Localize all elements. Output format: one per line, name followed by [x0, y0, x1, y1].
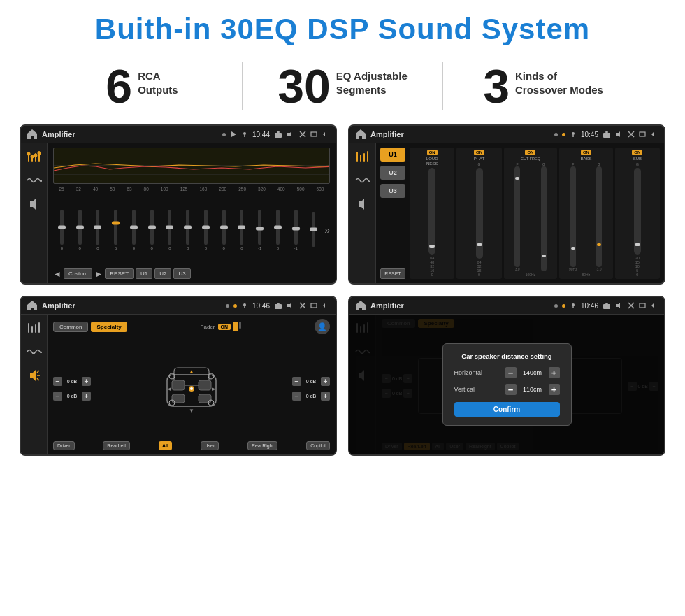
eq-slider-0[interactable]: 0	[53, 210, 71, 250]
on-badge-loudness[interactable]: ON	[427, 150, 438, 155]
eq-slider-10[interactable]: 0	[233, 210, 251, 250]
fader-label: Fader	[201, 324, 215, 330]
screen1-body: 253240506380100125160200250320400500630 …	[21, 143, 336, 283]
reset-btn-1[interactable]: RESET	[105, 268, 134, 279]
u3-preset-btn[interactable]: U3	[380, 184, 405, 198]
minus-btn-tr[interactable]: −	[292, 377, 301, 386]
eq-slider-11[interactable]: -1	[251, 210, 268, 250]
car-diagram: ▲ ▼ ◄ ►	[94, 361, 289, 417]
user-profile-icon[interactable]: 👤	[315, 319, 330, 334]
x-icon-4	[628, 302, 635, 309]
eq-icon-3[interactable]	[27, 320, 42, 336]
plus-btn-tr[interactable]: +	[321, 377, 330, 386]
driver-btn[interactable]: Driver	[53, 441, 75, 450]
svg-marker-35	[359, 199, 364, 210]
expand-btn[interactable]: »	[324, 224, 330, 236]
fader-on-badge[interactable]: ON	[218, 324, 231, 330]
eq-slider-13[interactable]: -1	[287, 210, 305, 250]
eq-slider-14[interactable]	[305, 212, 323, 248]
copilot-btn[interactable]: Copilot	[306, 441, 330, 450]
svg-rect-9	[311, 132, 317, 136]
eq-slider-3[interactable]: 5	[107, 210, 124, 250]
reset-btn-2[interactable]: RESET	[380, 268, 405, 279]
eq-freq-labels: 253240506380100125160200250320400500630	[53, 187, 330, 192]
speaker-icon-2[interactable]	[355, 196, 370, 212]
screen4-dot1	[554, 304, 558, 308]
svg-marker-74	[616, 303, 620, 308]
on-badge-bass[interactable]: ON	[581, 150, 591, 155]
eq-icon-2[interactable]	[355, 149, 370, 164]
back-icon-2	[650, 131, 658, 138]
u3-btn[interactable]: U3	[173, 268, 190, 279]
eq-slider-1[interactable]: 0	[71, 210, 89, 250]
rearright-btn[interactable]: RearRight	[247, 441, 278, 450]
horizontal-plus-btn[interactable]: +	[549, 367, 560, 378]
eq-slider-5[interactable]: 0	[143, 210, 161, 250]
screen2-channels: ON LOUDNESS 644832160 ON	[410, 148, 660, 279]
screen3-card: Amplifier 10:46 Comm	[20, 296, 337, 456]
confirm-button[interactable]: Confirm	[454, 402, 560, 417]
screen4-body: Common Specialty − 0 dB + − 0 dB +	[349, 315, 664, 454]
dialog-vertical-row: Vertical − 110cm +	[454, 384, 560, 395]
page-title: Buith-in 30EQ DSP Sound System	[7, 13, 678, 46]
speaker-icon-3[interactable]	[27, 368, 42, 383]
wave-icon-2[interactable]	[355, 176, 370, 185]
svg-rect-44	[311, 303, 317, 308]
back-icon	[322, 131, 330, 138]
svg-point-1	[243, 132, 246, 135]
plus-btn-tl[interactable]: +	[82, 377, 91, 386]
plus-btn-bl[interactable]: +	[82, 392, 91, 401]
eq-slider-12[interactable]: 0	[269, 210, 287, 250]
svg-marker-41	[287, 303, 291, 308]
dialog-horizontal-row: Horizontal − 140cm +	[454, 367, 560, 378]
minus-btn-bl[interactable]: −	[53, 392, 62, 401]
screen2-content: U1 U2 U3 RESET ON LOUDNESS	[376, 143, 664, 283]
eq-slider-8[interactable]: 0	[197, 210, 215, 250]
vertical-minus-btn[interactable]: −	[505, 384, 517, 395]
eq-slider-7[interactable]: 0	[179, 210, 196, 250]
wave-icon-3[interactable]	[27, 347, 42, 357]
svg-point-22	[572, 132, 575, 135]
all-btn[interactable]: All	[159, 441, 172, 450]
svg-point-36	[243, 303, 246, 306]
u1-btn[interactable]: U1	[136, 268, 152, 279]
stat-eq: 30 EQ Adjustable Segments	[257, 62, 428, 110]
eq-slider-4[interactable]: 0	[125, 210, 143, 250]
plus-btn-br[interactable]: +	[321, 392, 330, 401]
vertical-plus-btn[interactable]: +	[549, 384, 560, 395]
user-btn[interactable]: User	[201, 441, 219, 450]
screen4-time: 10:46	[581, 302, 598, 310]
screen4-card: Amplifier 10:46 Common Specialty	[348, 296, 665, 456]
screen3-body: Common Specialty Fader ON 👤	[21, 315, 336, 454]
eq-slider-9[interactable]: 0	[215, 210, 233, 250]
volume-icon-3	[287, 302, 295, 309]
on-badge-sub[interactable]: ON	[632, 150, 642, 155]
play-btn[interactable]: ►	[94, 269, 103, 279]
rearleft-btn[interactable]: RearLeft	[103, 441, 130, 450]
horizontal-minus-btn[interactable]: −	[505, 367, 517, 378]
speaker-icon[interactable]	[27, 196, 42, 212]
eq-slider-6[interactable]: 0	[161, 210, 179, 250]
u1-preset-btn[interactable]: U1	[380, 148, 405, 162]
svg-rect-73	[605, 303, 608, 304]
channel-cutfreq: ON CUT FREQ F 3.0	[504, 148, 557, 279]
stat-number-6: 6	[106, 62, 132, 110]
eq-icon[interactable]	[27, 149, 42, 164]
eq-sliders: 0 0 0	[53, 193, 330, 266]
custom-btn[interactable]: Custom	[64, 268, 93, 279]
horizontal-control: − 140cm +	[505, 367, 560, 378]
u2-preset-btn[interactable]: U2	[380, 166, 405, 180]
specialty-tab-btn[interactable]: Specialty	[91, 322, 127, 332]
x-icon-3	[299, 302, 306, 309]
prev-btn[interactable]: ◄	[53, 269, 62, 279]
on-badge-cutfreq[interactable]: ON	[525, 150, 535, 155]
common-tab-btn[interactable]: Common	[53, 322, 88, 332]
minus-btn-br[interactable]: −	[292, 392, 301, 401]
volume-icon-4	[615, 302, 623, 309]
left-db-controls: − 0 dB + − 0 dB +	[53, 377, 91, 401]
minus-btn-tl[interactable]: −	[53, 377, 62, 386]
on-badge-phat[interactable]: ON	[474, 150, 484, 155]
wave-icon[interactable]	[27, 176, 42, 185]
u2-btn[interactable]: U2	[154, 268, 171, 279]
eq-slider-2[interactable]: 0	[89, 210, 107, 250]
